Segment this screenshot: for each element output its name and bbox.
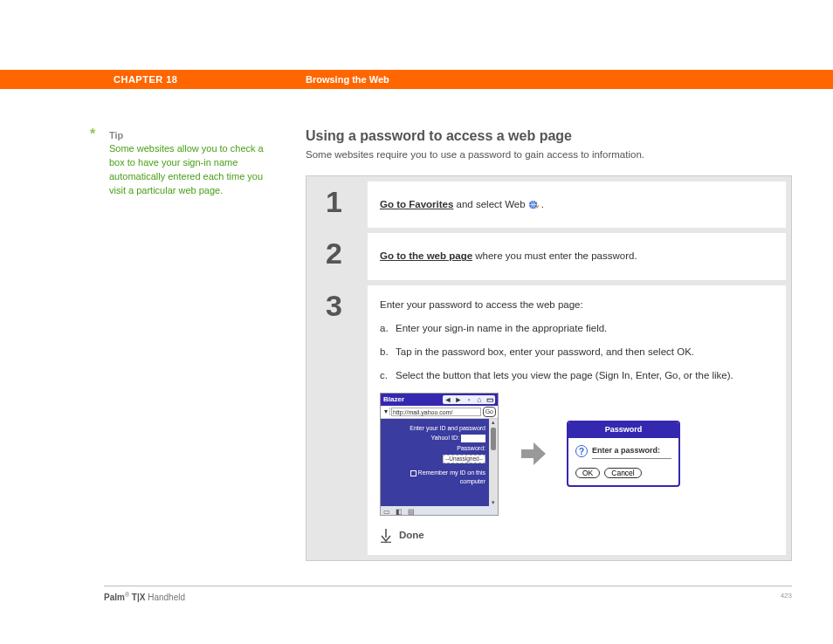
step-2: 2 Go to the web page where you must ente…	[312, 233, 786, 279]
substep-c: c.Select the button that lets you view t…	[380, 368, 774, 383]
page-number: 423	[781, 592, 792, 602]
step-text: and select Web	[453, 199, 527, 209]
step-text: where you must enter the password.	[472, 250, 637, 261]
tip-asterisk-icon: *	[90, 127, 95, 142]
blazer-titlebar: Blazer ◄ ► ◦ ⌂ ▭	[381, 394, 498, 406]
url-dropdown-icon[interactable]: ▾	[382, 408, 390, 415]
step-number: 3	[312, 285, 368, 556]
bottombar-icon[interactable]: ◧	[396, 507, 403, 514]
question-icon: ?	[575, 445, 588, 457]
substep-b: b.Tap in the password box, enter your pa…	[380, 345, 774, 360]
brand-model: T|X	[129, 593, 145, 602]
scroll-down-icon[interactable]: ▾	[490, 499, 497, 506]
footer-brand: Palm® T|X Handheld	[104, 592, 185, 602]
webpage-link[interactable]: Go to the web page	[380, 250, 472, 261]
blazer-urlbar: ▾ http://mail.yahoo.com/ Go	[381, 406, 498, 420]
favorites-link[interactable]: Go to Favorites	[380, 199, 453, 209]
yahoo-prompt: Enter your ID and password	[386, 424, 485, 432]
substep-label: c.	[380, 368, 388, 383]
tip-body: Some websites allow you to check a box t…	[109, 142, 275, 198]
tip-label: Tip	[109, 130, 275, 140]
bottombar-icon[interactable]: ▤	[408, 507, 416, 514]
home-icon[interactable]: ⌂	[475, 395, 484, 404]
dialog-buttons: OK Cancel	[568, 462, 678, 485]
step-body: Enter your password to access the web pa…	[368, 285, 786, 556]
done-label: Done	[399, 528, 424, 543]
step-body: Go to Favorites and select Web .	[368, 182, 786, 228]
substep-text: Select the button that lets you view the…	[396, 370, 733, 380]
dialog-title: Password	[568, 422, 678, 438]
screenshot-row: Blazer ◄ ► ◦ ⌂ ▭ ▾ http://mail.yahoo	[380, 393, 774, 517]
yahoo-pw-label: Password:	[457, 445, 485, 451]
bottombar-icon[interactable]: ▭	[383, 507, 391, 514]
chapter-header: CHAPTER 18 Browsing the Web	[0, 70, 833, 89]
tip-sidebar: * Tip Some websites allow you to check a…	[92, 130, 275, 198]
view-icon[interactable]: ▭	[485, 395, 494, 404]
url-field[interactable]: http://mail.yahoo.com/	[391, 408, 481, 416]
dialog-prompt: Enter a password:	[592, 445, 671, 460]
substep-text: Tap in the password box, enter your pass…	[396, 346, 694, 357]
unassigned-row: --Unassigned--	[386, 455, 485, 464]
chapter-label: CHAPTER 18	[114, 74, 177, 85]
web-icon	[528, 199, 541, 210]
blazer-toolbar: ◄ ► ◦ ⌂ ▭	[443, 395, 495, 404]
substep-label: a.	[380, 321, 389, 336]
remember-checkbox[interactable]	[410, 470, 416, 476]
brand-name: Palm	[104, 593, 125, 602]
brand-suffix: Handheld	[145, 593, 185, 602]
step-number: 2	[312, 233, 368, 279]
chapter-title: Browsing the Web	[306, 74, 389, 85]
section-heading: Using a password to access a web page	[306, 128, 792, 144]
steps-container: 1 Go to Favorites and select Web . 2 Go …	[306, 175, 792, 561]
scroll-up-icon[interactable]: ▴	[490, 419, 497, 426]
step-1: 1 Go to Favorites and select Web .	[312, 182, 786, 228]
ok-button[interactable]: OK	[575, 468, 600, 478]
step-lead: Enter your password to access the web pa…	[380, 299, 583, 310]
page-footer: Palm® T|X Handheld 423	[104, 586, 792, 602]
step-text-end: .	[541, 199, 544, 209]
blazer-bottombar: ▭ ◧ ▤	[381, 506, 498, 515]
cancel-button[interactable]: Cancel	[604, 468, 641, 478]
section-intro: Some websites require you to use a passw…	[306, 149, 792, 160]
main-content: Using a password to access a web page So…	[306, 128, 792, 561]
substeps-list: a.Enter your sign-in name in the appropr…	[380, 321, 774, 384]
step-body: Go to the web page where you must enter …	[368, 233, 786, 279]
yahoo-id-row: Yahoo! ID:	[386, 434, 485, 442]
step-number: 1	[312, 182, 368, 228]
step-3: 3 Enter your password to access the web …	[312, 285, 786, 556]
stop-icon[interactable]: ◦	[465, 395, 473, 404]
blazer-page: ▴ ▾ Enter your ID and password Yahoo! ID…	[381, 419, 498, 506]
remember-label: Remember my ID on this computer	[418, 469, 485, 483]
remember-row: Remember my ID on this computer	[386, 469, 485, 485]
yahoo-id-label: Yahoo! ID:	[430, 435, 459, 441]
go-button[interactable]: Go	[483, 407, 496, 418]
substep-label: b.	[380, 345, 389, 360]
back-icon[interactable]: ◄	[444, 395, 452, 404]
yahoo-pw-row: Password:	[386, 444, 485, 452]
forward-icon[interactable]: ►	[454, 395, 463, 404]
unassigned-field[interactable]: --Unassigned--	[443, 455, 485, 464]
dialog-body: ? Enter a password:	[568, 438, 678, 463]
yahoo-id-field[interactable]	[461, 435, 485, 442]
done-row: Done	[380, 528, 774, 543]
password-dialog: Password ? Enter a password: OK Cancel	[567, 421, 680, 487]
blazer-screenshot: Blazer ◄ ► ◦ ⌂ ▭ ▾ http://mail.yahoo	[380, 393, 499, 517]
blazer-app-name: Blazer	[383, 394, 404, 405]
substep-a: a.Enter your sign-in name in the appropr…	[380, 321, 774, 336]
scrollbar-thumb[interactable]	[491, 428, 496, 450]
arrow-right-icon	[518, 439, 547, 469]
substep-text: Enter your sign-in name in the appropria…	[396, 323, 607, 333]
done-arrow-icon	[380, 529, 392, 543]
